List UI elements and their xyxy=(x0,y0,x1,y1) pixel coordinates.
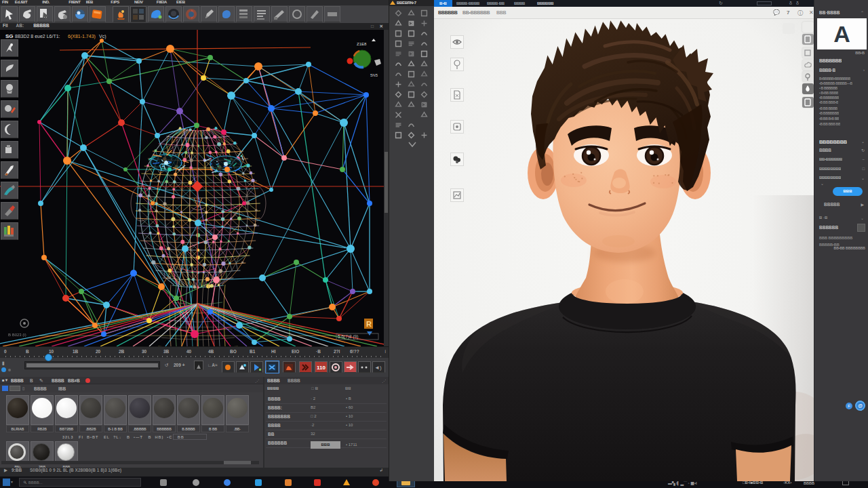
svg-text:5N5: 5N5 xyxy=(370,73,378,77)
svg-text:5.6(7)8 (9): 5.6(7)8 (9) xyxy=(338,334,358,340)
svg-text:B B023 (l): B B023 (l) xyxy=(8,333,26,337)
svg-text:R: R xyxy=(366,320,372,328)
svg-text:Vc): Vc) xyxy=(99,34,106,39)
svg-text:SG: SG xyxy=(5,33,14,39)
svg-text:Z1E8: Z1E8 xyxy=(357,42,367,46)
svg-text:8B3D2 8 eue2 L6/T1:: 8B3D2 8 eue2 L6/T1: xyxy=(15,34,60,39)
svg-text:6(X81-1.743): 6(X81-1.743) xyxy=(68,34,96,39)
svg-text:◄): ◄) xyxy=(374,365,382,371)
svg-text:110: 110 xyxy=(317,365,326,371)
